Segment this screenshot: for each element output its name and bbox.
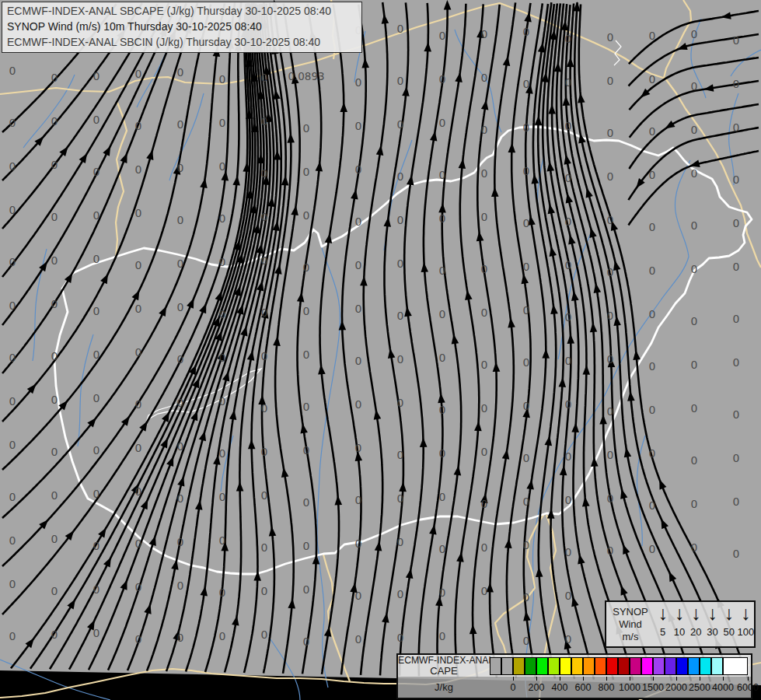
station-value-label: 0 [9,160,16,173]
station-value-label: 0 [177,440,184,453]
station-value-label: 0 [397,214,404,226]
cape-legend-unit: J/kg [398,681,490,693]
wind-legend-title-line1: SYNOP [606,606,655,618]
station-value-label: 0 [219,308,226,320]
cape-tick-mark [560,677,560,681]
wind-legend-scale: ↓5↓10↓20↓30↓50↓100 [655,602,754,646]
station-value-label: 0 [649,73,656,86]
station-value-label: 0 [9,578,16,590]
station-value-label: 0 [481,541,488,554]
station-value-label: 0 [93,166,100,178]
station-value-label: 0 [481,446,488,458]
station-value-label: 0 [135,398,142,411]
station-value-label: 0 [219,212,226,225]
station-value-label: 0 [219,352,226,364]
station-value-label: 0 [523,400,530,412]
station-value-label: 0 [9,395,16,408]
station-value-label: 0 [565,259,572,271]
station-value-label: 0 [51,628,58,641]
station-value-label: 0 [177,66,184,79]
cape-swatch [630,657,641,675]
station-value-label: 0 [607,127,614,139]
cape-swatch [536,657,548,675]
station-value-label: 0 [303,166,310,178]
station-value-label: 0 [261,167,268,180]
station-value-label: 0 [565,76,572,89]
station-value-label: 0 [649,221,656,233]
station-value-label: 0 [51,489,58,502]
station-value-label: 0 [177,632,184,644]
header-line-sbcape: ECMWF-INDEX-ANAL SBCAPE (J/kg) Thursday … [7,3,357,19]
station-value-label: 0 [135,68,142,80]
cape-legend-title: ECMWF-INDEX-ANAL CAPE [398,656,490,676]
station-value-label: 0 [523,539,530,551]
cape-swatch [665,657,676,675]
cape-swatch [700,657,711,675]
station-value-label: 0 [355,633,362,646]
station-value-label: 0 [261,211,268,223]
station-value-label: 0 [51,115,58,128]
station-value-label: 0 [261,306,268,319]
station-value-label: 0 [355,303,362,315]
wind-arrow-icon: ↓ [688,603,704,625]
station-value-label: 0 [177,353,184,366]
station-value-label: 0 [607,266,614,278]
wind-arrow-icon: ↓ [671,603,687,625]
station-value-label: 0 [691,263,698,275]
station-value-label: 0 [523,165,530,177]
station-value-label: 0 [439,630,446,642]
station-value-label: 0 [9,491,16,503]
cape-tick-label: 6000 [737,682,759,693]
station-value-label: 0 [51,72,58,84]
station-value-label: 0 [439,352,446,364]
station-value-label: 0 [607,170,614,183]
station-value-label: 0 [439,404,446,416]
station-value-label: 0 [303,261,310,274]
station-value-label: 0 [177,536,184,548]
station-value-label: 0 [733,217,740,229]
station-value-label: 0 [93,209,100,222]
station-value-label: 0 [691,402,698,415]
station-value-label: 0 [397,353,404,366]
station-value-label: 0 [439,117,446,129]
station-value-label: 0 [303,348,310,361]
station-value-label: 0 [649,447,656,460]
cape-swatch [688,657,700,675]
cape-tick-label: 2000 [665,682,687,693]
station-value-label: 0 [565,215,572,228]
cape-tick-mark [606,677,607,681]
station-value-label: 0 [607,310,614,322]
station-value-label: 0 [135,303,142,315]
station-value-label: 0 [355,76,362,89]
station-value-label: 0 [9,65,16,77]
station-value-label: 0 [733,34,740,47]
station-value-label: 0 [135,259,142,271]
station-value-label: 0 [93,488,100,500]
map-canvas: 0000000000000000000000000000000000000000… [0,0,761,700]
station-value-label: 0 [9,439,16,451]
station-value-label: 0 [355,442,362,454]
station-value-label: 0 [439,491,446,503]
station-value-label: 0 [219,534,226,547]
cape-tick-label: 800 [599,682,615,693]
cape-tick-label: 600 [575,682,592,693]
station-value-label: 0 [565,450,572,463]
cape-tick-mark [653,677,654,681]
station-value-label: 0 [565,494,572,506]
station-value-label: 0 [523,78,530,90]
wind-speed-label: 5 [655,626,671,638]
station-value-label: 0 [303,583,310,596]
cape-tick-label: 2500 [689,682,710,693]
station-value-label: 0 [733,121,740,134]
station-value-label: 0 [51,211,58,223]
wind-arrow-icon: ↓ [655,603,671,625]
cape-swatch [641,657,653,675]
station-value-label: 0 [523,635,530,647]
station-value-label: 0 [261,350,268,362]
cape-swatch [595,657,606,675]
station-value-label: 0 [481,359,488,371]
cape-swatch [525,657,536,675]
wind-legend: SYNOP Wind m/s ↓5↓10↓20↓30↓50↓100 [605,600,756,648]
station-value-label: 0 [219,160,226,173]
station-value-label: 0 [523,356,530,369]
